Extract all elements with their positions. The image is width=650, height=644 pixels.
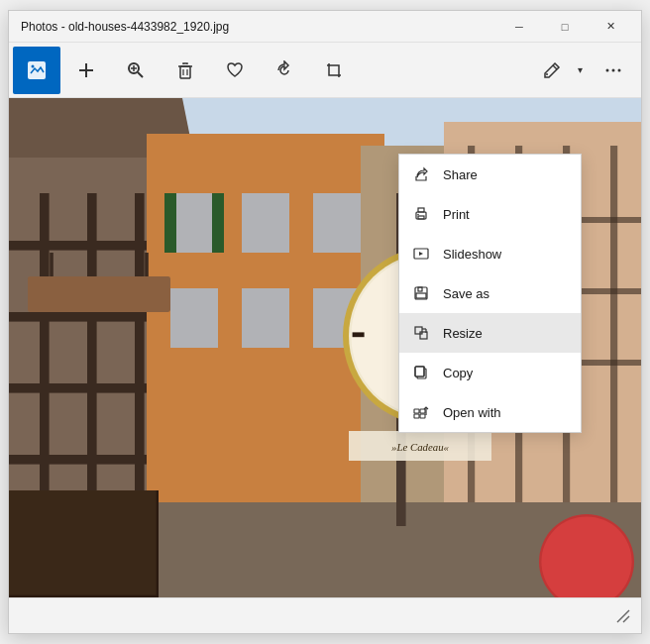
delete-button[interactable] [162, 47, 209, 94]
copy-label: Copy [443, 366, 473, 380]
svg-rect-38 [212, 193, 224, 253]
svg-point-1 [32, 64, 35, 67]
app-window: Photos - old-houses-4433982_1920.jpg ─ □… [8, 10, 642, 634]
rotate-button[interactable] [261, 47, 308, 94]
print-label: Print [443, 207, 470, 222]
resize-label: Resize [443, 326, 483, 341]
menu-item-share[interactable]: Share [399, 155, 581, 194]
zoom-button[interactable] [112, 47, 160, 94]
favorite-button[interactable] [211, 47, 259, 94]
rotate-icon [274, 60, 294, 80]
heart-icon [225, 60, 245, 80]
svg-rect-35 [242, 288, 289, 348]
menu-item-open-with[interactable]: Open with [399, 392, 581, 432]
resize-handle-icon [615, 608, 631, 624]
home-button[interactable] [13, 47, 60, 94]
crop-icon [324, 60, 344, 80]
svg-point-14 [606, 68, 609, 71]
svg-line-5 [138, 72, 143, 77]
zoom-icon [126, 60, 146, 80]
title-bar: Photos - old-houses-4433982_1920.jpg ─ □… [9, 11, 641, 43]
image-area: IWC SCHAFFHAUSEN »Le Cadeau« [9, 98, 641, 597]
save-as-label: Save as [443, 286, 489, 301]
svg-marker-77 [419, 252, 423, 256]
menu-item-copy[interactable]: Copy [399, 353, 581, 392]
svg-rect-33 [313, 193, 361, 253]
svg-rect-91 [420, 414, 425, 418]
svg-rect-74 [418, 216, 424, 219]
svg-rect-86 [415, 367, 424, 376]
print-icon [411, 204, 431, 224]
svg-rect-69 [9, 490, 157, 595]
edit-button[interactable]: ▾ [532, 47, 588, 94]
close-button[interactable]: ✕ [588, 11, 633, 43]
edit-icon [532, 47, 572, 94]
svg-rect-79 [418, 287, 422, 291]
copy-icon [411, 363, 431, 382]
svg-rect-8 [180, 66, 190, 78]
svg-rect-32 [242, 193, 289, 253]
share-icon [411, 164, 431, 184]
svg-point-15 [612, 68, 615, 71]
resize-handle[interactable] [613, 606, 633, 626]
svg-rect-89 [414, 414, 419, 418]
plus-icon [76, 60, 96, 80]
svg-rect-31 [170, 193, 218, 253]
svg-rect-73 [418, 208, 424, 212]
open-with-label: Open with [443, 405, 501, 420]
svg-rect-34 [170, 288, 218, 348]
svg-rect-65 [28, 276, 170, 312]
svg-rect-81 [415, 327, 422, 334]
close-icon: ✕ [606, 20, 615, 33]
maximize-icon: □ [562, 21, 569, 33]
minimize-button[interactable]: ─ [496, 11, 542, 43]
slideshow-label: Slideshow [443, 247, 501, 262]
svg-rect-37 [164, 193, 176, 253]
crop-button[interactable] [310, 47, 358, 94]
minimize-icon: ─ [515, 21, 523, 33]
more-button[interactable] [590, 47, 637, 94]
svg-rect-88 [414, 409, 419, 413]
window-title: Photos - old-houses-4433982_1920.jpg [17, 20, 496, 34]
context-menu: Share Print [398, 154, 582, 433]
svg-line-93 [617, 610, 629, 622]
svg-line-12 [553, 65, 557, 69]
svg-text:»Le Cadeau«: »Le Cadeau« [391, 441, 449, 453]
trash-icon [175, 60, 195, 80]
status-bar [9, 597, 641, 633]
add-button[interactable] [62, 47, 110, 94]
menu-item-save-as[interactable]: Save as [399, 273, 581, 313]
share-label: Share [443, 167, 478, 182]
menu-item-resize[interactable]: Resize [399, 313, 581, 353]
open-with-icon [411, 402, 431, 422]
toolbar: ▾ [9, 43, 641, 98]
resize-icon [411, 323, 431, 343]
slideshow-icon [411, 244, 431, 264]
home-icon [26, 59, 48, 81]
more-icon [603, 60, 623, 80]
window-controls: ─ □ ✕ [496, 11, 633, 43]
maximize-button[interactable]: □ [542, 11, 588, 43]
svg-rect-56 [353, 332, 365, 337]
svg-line-94 [623, 616, 629, 622]
menu-item-print[interactable]: Print [399, 194, 581, 234]
menu-item-slideshow[interactable]: Slideshow [399, 234, 581, 273]
svg-point-75 [417, 214, 419, 216]
svg-point-16 [618, 68, 621, 71]
svg-rect-82 [420, 332, 427, 339]
svg-rect-80 [416, 293, 426, 298]
save-icon [411, 283, 431, 303]
edit-arrow-icon: ▾ [572, 47, 588, 94]
svg-rect-90 [420, 409, 425, 413]
